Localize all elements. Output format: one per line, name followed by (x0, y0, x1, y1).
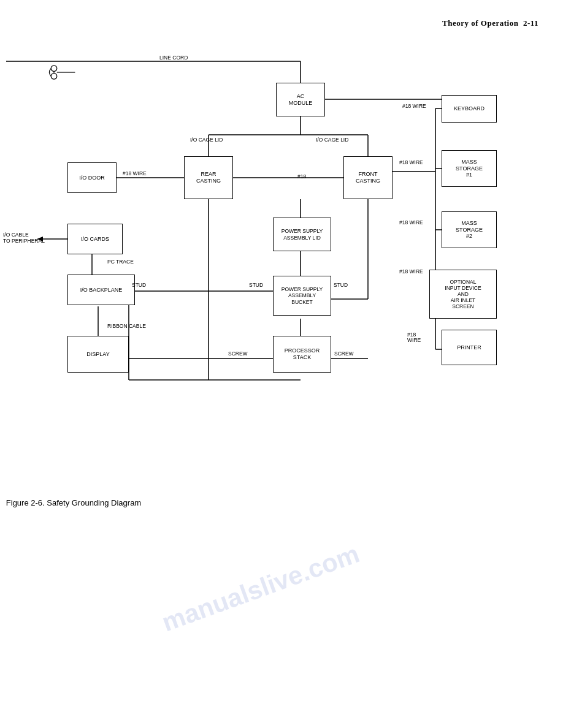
box-ac-module-label: ACMODULE (289, 93, 313, 107)
box-front-casting: FRONTCASTING (343, 156, 393, 199)
box-mass-storage-2-label: MASSSTORAGE#2 (456, 220, 483, 240)
box-display-label: DISPLAY (86, 351, 109, 358)
box-front-casting-label: FRONTCASTING (356, 171, 380, 184)
watermark: manualslive.com (158, 537, 364, 640)
label-18-rear: #18 (297, 173, 306, 180)
box-power-supply-lid: POWER SUPPLYASSEMBLY LID (273, 218, 331, 251)
box-mass-storage-1-label: MASSSTORAGE#1 (456, 159, 483, 178)
watermark-text: manualslive.com (158, 537, 364, 640)
box-io-cards: I/O CARDS (67, 224, 123, 254)
box-io-door-label: I/O DOOR (79, 175, 105, 181)
label-ribbon-cable: RIBBON CABLE (107, 323, 146, 329)
header-title: Theory of Operation (442, 18, 518, 28)
box-processor-stack-label: PROCESSORSTACK (285, 347, 320, 361)
figure-caption: Figure 2-6. Safety Grounding Diagram (6, 498, 141, 507)
label-18wire-prt: #18WIRE (407, 332, 421, 344)
box-io-cards-label: I/O CARDS (81, 236, 109, 243)
label-18wire-ms1: #18 WIRE (399, 159, 423, 165)
box-mass-storage-2: MASSSTORAGE#2 (442, 211, 497, 248)
diagram-area: ACMODULE I/O DOOR REARCASTING FRONTCASTI… (37, 49, 540, 466)
label-18wire-ms2: #18 WIRE (399, 219, 423, 226)
figure-caption-text: Figure 2-6. Safety Grounding Diagram (6, 498, 141, 507)
box-rear-casting-label: REARCASTING (196, 171, 221, 184)
label-io-cage-lid-left: I/O CAGE LID (190, 137, 223, 143)
box-optional-input: OPTIONALINPUT DEVICEANDAIR INLETSCREEN (429, 270, 497, 319)
box-io-backplane: I/O BACKPLANE (67, 275, 135, 305)
label-line-cord: LINE CORD (159, 55, 188, 61)
box-rear-casting: REARCASTING (184, 156, 233, 199)
label-screw-left: SCREW (228, 351, 248, 357)
box-io-door: I/O DOOR (67, 162, 117, 193)
box-processor-stack: PROCESSORSTACK (273, 336, 331, 373)
box-power-supply-lid-label: POWER SUPPLYASSEMBLY LID (282, 228, 323, 240)
box-printer-label: PRINTER (457, 344, 481, 351)
label-stud-ps: STUD (249, 282, 263, 288)
box-io-backplane-label: I/O BACKPLANE (80, 287, 123, 294)
page-number: 2-11 (523, 18, 538, 28)
box-mass-storage-1: MASSSTORAGE#1 (442, 150, 497, 187)
label-18wire-door: #18 WIRE (123, 170, 147, 176)
box-keyboard: KEYBOARD (442, 95, 497, 123)
label-io-cage-lid-right: I/O CAGE LID (316, 137, 348, 143)
box-power-supply-bucket: POWER SUPPLYASSEMBLYBUCKET (273, 276, 331, 316)
box-display: DISPLAY (67, 336, 129, 373)
label-stud-left: STUD (132, 282, 146, 288)
box-power-supply-bucket-label: POWER SUPPLYASSEMBLYBUCKET (282, 286, 323, 305)
label-pc-trace: PC TRACE (107, 259, 134, 265)
label-18wire-opt: #18 WIRE (399, 268, 423, 275)
box-printer: PRINTER (442, 330, 497, 365)
label-screw-right: SCREW (334, 351, 354, 357)
label-stud-right: STUD (334, 282, 348, 288)
page-header: Theory of Operation 2-11 (442, 18, 538, 28)
box-optional-input-label: OPTIONALINPUT DEVICEANDAIR INLETSCREEN (445, 279, 481, 310)
box-keyboard-label: KEYBOARD (454, 105, 484, 112)
label-io-cable: I/O CABLETO PERIPHERAL (3, 232, 45, 244)
label-18wire-kbd: #18 WIRE (402, 103, 426, 109)
box-ac-module: ACMODULE (276, 83, 325, 116)
